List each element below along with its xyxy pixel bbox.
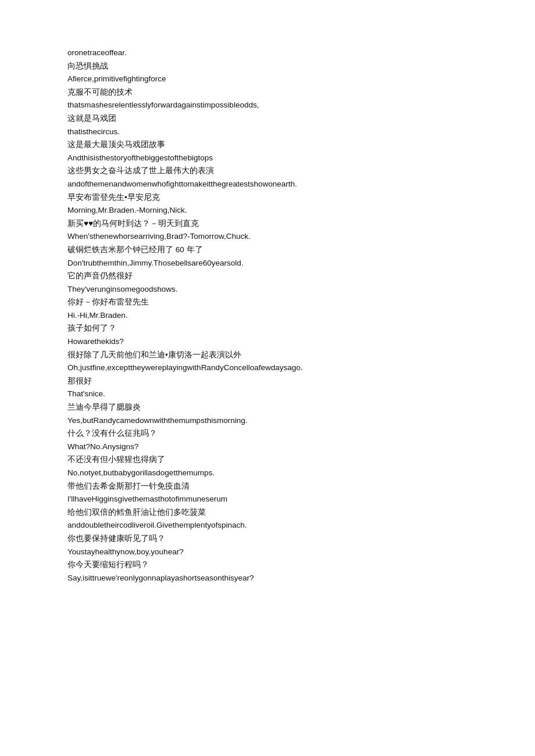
text-line-15: When'sthenewhorsearriving,Brad?-Tomorrow…: [67, 230, 468, 243]
text-line-23: Howarethekids?: [67, 335, 468, 348]
text-line-17: Don'trubthemthin,Jimmy.Thosebellsare60ye…: [67, 257, 468, 270]
text-line-2: 向恐惧挑战: [67, 60, 468, 73]
text-line-40: 你今天要缩短行程吗？: [67, 558, 468, 571]
text-line-14: 新买♥♥的马何时到达？－明天到直克: [67, 217, 468, 230]
text-line-18: 它的声音仍然很好: [67, 270, 468, 282]
text-line-21: Hi.-Hi,Mr.Braden.: [67, 309, 468, 322]
text-line-13: Morning,Mr.Braden.-Morning,Nick.: [67, 204, 468, 217]
text-line-22: 孩子如何了？: [67, 322, 468, 335]
text-line-30: 什么？没有什么征兆吗？: [67, 427, 468, 440]
text-line-31: What?No.Anysigns?: [67, 440, 468, 453]
text-line-20: 你好－你好布雷登先生: [67, 296, 468, 309]
text-line-9: Andthisisthestoryofthebiggestofthebigtop…: [67, 152, 468, 164]
text-line-41: Say,isittruewe'reonlygonnaplayashortseas…: [67, 572, 468, 585]
text-line-25: Oh,justfine,excepttheywereplayingwithRan…: [67, 361, 468, 374]
text-line-16: 破铜烂铁吉米那个钟已经用了 60 年了: [67, 243, 468, 256]
text-line-26: 那很好: [67, 375, 468, 388]
content-container: oronetraceoffear.向恐惧挑战Afierce,primitivef…: [67, 46, 468, 584]
text-line-10: 这些男女之奋斗达成了世上最伟大的表演: [67, 164, 468, 177]
text-line-12: 早安布雷登先生•早安尼克: [67, 191, 468, 204]
text-line-1: oronetraceoffear.: [67, 46, 468, 59]
text-line-6: 这就是马戏团: [67, 112, 468, 125]
text-line-39: Youstayhealthynow,boy,youhear?: [67, 546, 468, 558]
text-line-38: 你也要保持健康听见了吗？: [67, 532, 468, 545]
text-line-7: thatisthecircus.: [67, 126, 468, 138]
text-line-28: 兰迪今早得了腮腺炎: [67, 401, 468, 414]
text-line-11: andofthemenandwomenwhofighttomakeitthegr…: [67, 178, 468, 191]
text-line-8: 这是最大最顶尖马戏团故事: [67, 138, 468, 151]
text-line-3: Afierce,primitivefightingforce: [67, 73, 468, 85]
text-line-32: 不还没有但小猩猩也得病了: [67, 453, 468, 466]
text-line-36: 给他们双倍的鳕鱼肝油让他们多吃菠菜: [67, 506, 468, 519]
text-line-24: 很好除了几天前他们和兰迪•康切洛一起表演以外: [67, 349, 468, 361]
text-line-33: No,notyet,butbabygorillasdogetthemumps.: [67, 467, 468, 479]
text-line-29: Yes,butRandycamedownwiththemumpsthismorn…: [67, 414, 468, 427]
text-line-27: That'snice.: [67, 388, 468, 400]
text-line-34: 带他们去希金斯那打一针免疫血清: [67, 480, 468, 493]
text-line-35: I'llhaveHigginsgivethemasthotofimmuneser…: [67, 493, 468, 506]
text-line-19: They'verunginsomegoodshows.: [67, 283, 468, 296]
text-line-4: 克服不可能的技术: [67, 86, 468, 99]
text-line-5: thatsmashesrelentlesslyforwardagainstimp…: [67, 99, 468, 112]
text-line-37: anddoubletheircodliveroil.Givethemplenty…: [67, 519, 468, 532]
